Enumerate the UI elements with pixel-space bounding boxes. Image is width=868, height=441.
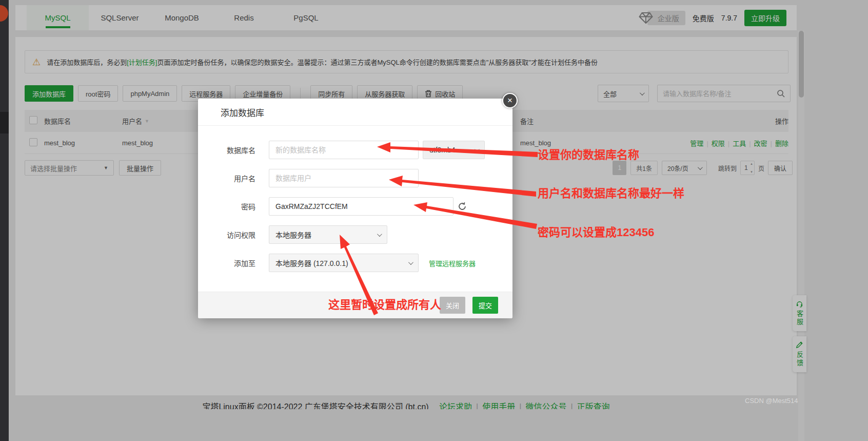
annotation-db-name: 设置你的数据库名称 [538, 145, 639, 162]
modal-close-button-footer[interactable]: 关闭 [440, 297, 465, 314]
field-db-name: 数据库名 utf8mb4 [198, 141, 512, 159]
add-to-server-dropdown[interactable]: 本地服务器 (127.0.0.1) [269, 254, 419, 272]
csdn-watermark: CSDN @Mest514 [745, 397, 798, 405]
field-add-to: 添加至 本地服务器 (127.0.0.1) 管理远程服务器 [198, 254, 512, 272]
db-password-input[interactable] [269, 197, 453, 216]
manage-remote-server-link[interactable]: 管理远程服务器 [429, 258, 476, 268]
annotation-password: 密码可以设置成123456 [538, 223, 654, 239]
refresh-password-icon[interactable] [458, 202, 467, 211]
add-database-modal: 添加数据库 × 数据库名 utf8mb4 用户名 密码 访问权限 本地服务器 [198, 99, 512, 318]
chevron-down-icon [475, 147, 480, 152]
field-username: 用户名 [198, 169, 512, 187]
modal-close-button[interactable]: × [502, 93, 518, 108]
db-name-input[interactable] [269, 141, 419, 159]
access-permission-dropdown[interactable]: 本地服务器 [269, 225, 387, 244]
field-access: 访问权限 本地服务器 [198, 225, 512, 244]
modal-submit-button[interactable]: 提交 [472, 297, 498, 314]
chevron-down-icon [377, 232, 382, 237]
charset-dropdown[interactable]: utf8mb4 [423, 141, 485, 159]
field-password: 密码 [198, 197, 512, 216]
chevron-down-icon [408, 260, 413, 265]
annotation-username: 用户名和数据库名称最好一样 [538, 184, 684, 200]
db-user-input[interactable] [269, 169, 419, 187]
modal-header: 添加数据库 [198, 99, 512, 126]
close-icon: × [507, 95, 512, 106]
annotation-access: 这里暂时设置成所有人 [328, 295, 441, 312]
modal-body: 数据库名 utf8mb4 用户名 密码 访问权限 本地服务器 添加至 [198, 126, 512, 272]
modal-title: 添加数据库 [221, 106, 264, 119]
